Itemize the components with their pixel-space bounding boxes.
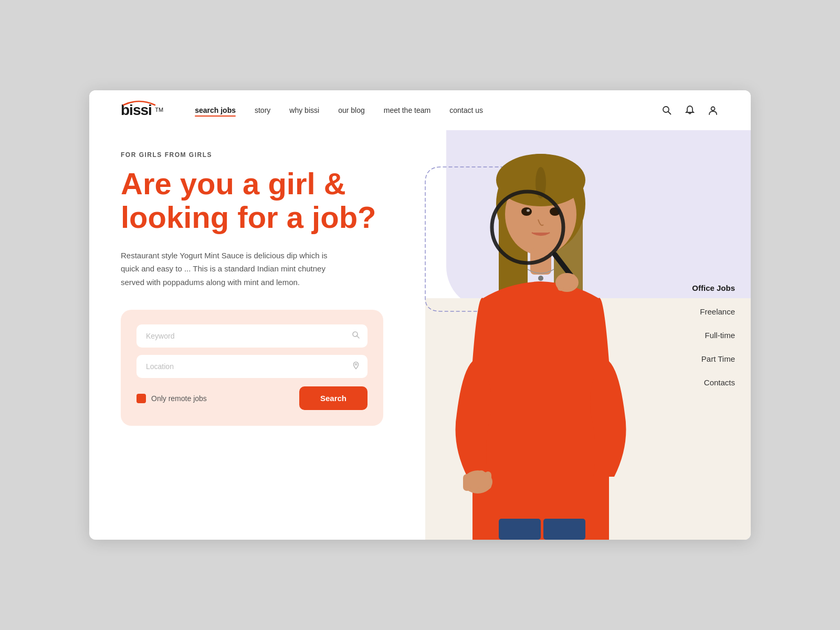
nav-why-bissi[interactable]: why bissi: [289, 106, 319, 114]
job-categories: Office Jobs Freelance Full-time Part Tim…: [692, 284, 735, 387]
svg-line-4: [357, 336, 359, 338]
svg-point-2: [711, 107, 715, 111]
notification-icon[interactable]: [684, 104, 696, 117]
headline-line2: looking for a job?: [121, 200, 376, 234]
search-button[interactable]: Search: [299, 386, 368, 410]
right-area: Office Jobs Freelance Full-time Part Tim…: [425, 130, 751, 540]
svg-rect-28: [499, 519, 541, 540]
left-panel: FOR GIRLS FROM GIRLS Are you a girl & lo…: [89, 130, 425, 540]
headline: Are you a girl & looking for a job?: [121, 167, 394, 234]
svg-rect-18: [463, 474, 471, 491]
person-svg: [430, 151, 651, 540]
nav-contact-us[interactable]: contact us: [449, 106, 483, 114]
header: bissi TM search jobs story why bissi our…: [89, 90, 751, 130]
remote-checkbox[interactable]: [136, 394, 146, 403]
location-input[interactable]: [136, 355, 368, 378]
svg-point-16: [538, 276, 543, 281]
tagline: FOR GIRLS FROM GIRLS: [121, 151, 394, 159]
svg-rect-19: [470, 471, 478, 490]
svg-point-12: [521, 207, 532, 216]
remote-toggle[interactable]: Only remote jobs: [136, 394, 207, 403]
search-box: Only remote jobs Search: [121, 310, 383, 426]
svg-point-5: [355, 364, 357, 365]
logo-tm: TM: [155, 107, 163, 113]
nav-our-blog[interactable]: our blog: [338, 106, 365, 114]
main-nav: search jobs story why bissi our blog mee…: [195, 106, 660, 114]
user-icon[interactable]: [707, 104, 719, 117]
job-category-fulltime[interactable]: Full-time: [692, 331, 735, 340]
keyword-search-icon: [352, 331, 360, 341]
keyword-wrapper: [136, 324, 368, 348]
svg-rect-25: [558, 276, 564, 291]
job-category-office[interactable]: Office Jobs: [692, 284, 735, 292]
svg-rect-21: [485, 471, 491, 489]
location-wrapper: [136, 355, 368, 378]
svg-rect-20: [478, 470, 485, 489]
svg-line-1: [668, 112, 671, 114]
search-icon[interactable]: [660, 104, 673, 117]
headline-line1: Are you a girl &: [121, 166, 346, 201]
logo-arc-svg: [121, 99, 158, 106]
person-image: [430, 151, 651, 540]
logo: bissi TM: [121, 102, 163, 119]
keyword-input[interactable]: [136, 324, 368, 348]
job-category-freelance[interactable]: Freelance: [692, 307, 735, 316]
header-icons: [660, 104, 719, 117]
job-category-parttime[interactable]: Part Time: [692, 354, 735, 363]
search-bottom: Only remote jobs Search: [136, 386, 368, 410]
nav-meet-the-team[interactable]: meet the team: [384, 106, 431, 114]
nav-search-jobs[interactable]: search jobs: [195, 106, 236, 114]
hero-description: Restaurant style Yogurt Mint Sauce is de…: [121, 249, 341, 289]
logo-arc: bissi TM: [121, 102, 163, 119]
svg-point-14: [527, 209, 530, 212]
main-content: FOR GIRLS FROM GIRLS Are you a girl & lo…: [89, 130, 751, 540]
job-category-contacts[interactable]: Contacts: [692, 378, 735, 387]
svg-rect-26: [563, 274, 570, 290]
remote-label: Only remote jobs: [151, 394, 207, 403]
svg-rect-29: [543, 519, 585, 540]
svg-rect-27: [569, 274, 575, 290]
location-pin-icon: [352, 361, 360, 372]
browser-window: bissi TM search jobs story why bissi our…: [89, 90, 751, 540]
nav-story[interactable]: story: [255, 106, 270, 114]
